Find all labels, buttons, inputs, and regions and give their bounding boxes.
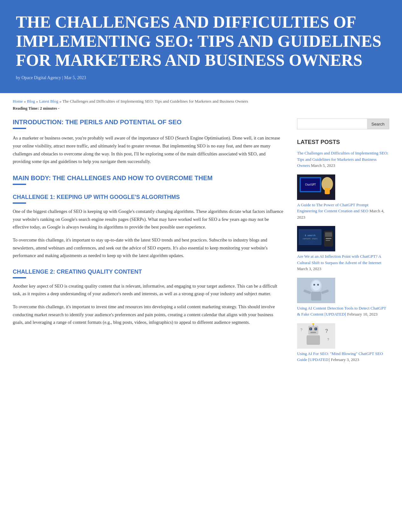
svg-text:?: ? — [300, 328, 302, 332]
svg-rect-27 — [308, 326, 318, 335]
post-thumbnail — [297, 278, 335, 303]
search-widget: Search — [297, 119, 389, 129]
post-title-text: A Guide to The Power of ChatGPT Prompt E… — [297, 202, 389, 221]
challenge1-text1: One of the biggest challenges of SEO is … — [13, 208, 284, 231]
main-col: INTRODUCTION: THE PERILS AND POTENTIAL O… — [13, 119, 284, 335]
challenge2-text1: Another key aspect of SEO is creating qu… — [13, 282, 284, 298]
search-button[interactable]: Search — [367, 119, 389, 129]
main-body-heading: MAIN BODY: THE CHALLENGES AND HOW TO OVE… — [13, 174, 284, 182]
breadcrumb-latest-blog[interactable]: Latest Blog — [39, 99, 58, 104]
list-item: The Challenges and Difficulties of Imple… — [297, 150, 389, 169]
meta-separator: | — [62, 75, 63, 80]
page-title: THE CHALLENGES AND DIFFICULTIES OF IMPLE… — [16, 13, 386, 70]
article-meta: by Opace Digital Agency | Mar 5, 2023 — [16, 75, 386, 80]
latest-posts-heading: LATEST POSTS — [297, 139, 389, 146]
svg-rect-32 — [310, 328, 311, 330]
intro-section: INTRODUCTION: THE PERILS AND POTENTIAL O… — [13, 119, 284, 166]
list-item: Using AI Content Detection Tools to Dete… — [297, 278, 389, 317]
content-wrapper: INTRODUCTION: THE PERILS AND POTENTIAL O… — [13, 119, 389, 369]
reading-time: Reading Time: 2 minutes - — [13, 106, 389, 111]
post-title-text: Using AI For SEO: "Mind Blowing" ChatGPT… — [297, 351, 389, 363]
svg-point-22 — [318, 284, 319, 285]
svg-rect-23 — [311, 292, 321, 301]
list-item: ? ? ? Using AI For SEO: "Mind Blowing" C… — [297, 323, 389, 363]
intro-underline — [13, 128, 26, 129]
svg-rect-6 — [325, 188, 330, 194]
challenge1-section: CHALLENGE 1: KEEPING UP WITH GOOGLE'S AL… — [13, 194, 284, 260]
main-body-underline — [13, 184, 26, 185]
challenge1-heading: CHALLENGE 1: KEEPING UP WITH GOOGLE'S AL… — [13, 194, 284, 201]
challenge1-underline — [13, 202, 26, 204]
main-body-section: MAIN BODY: THE CHALLENGES AND HOW TO OVE… — [13, 174, 284, 185]
list-item: ChatGPT A Guide to The Power of ChatGPT … — [297, 174, 389, 221]
svg-rect-14 — [326, 238, 331, 239]
svg-rect-34 — [310, 332, 316, 333]
post-link[interactable]: A Guide to The Power of ChatGPT Prompt E… — [297, 202, 369, 214]
svg-rect-13 — [325, 232, 332, 237]
author-link[interactable]: Opace Digital Agency — [22, 75, 61, 80]
svg-point-21 — [314, 284, 315, 285]
post-thumbnail: $ search content stars _ — [297, 226, 335, 251]
hero-header: THE CHALLENGES AND DIFFICULTIES OF IMPLE… — [0, 0, 402, 93]
search-input[interactable] — [297, 119, 367, 129]
breadcrumb-blog[interactable]: Blog — [27, 99, 35, 104]
meta-by: by — [16, 75, 20, 80]
page-body: Home » Blog » Latest Blog » The Challeng… — [0, 93, 402, 381]
challenge2-section: CHALLENGE 2: CREATING QUALITY CONTENT An… — [13, 269, 284, 326]
publish-date: Mar 5, 2023 — [64, 75, 86, 80]
svg-text:?: ? — [327, 338, 329, 341]
svg-point-18 — [312, 280, 321, 290]
svg-text:content stars: content stars — [303, 237, 318, 240]
post-link[interactable]: Are We at an AI Inflection Point with Ch… — [297, 254, 381, 265]
svg-rect-15 — [326, 240, 330, 241]
latest-posts-section: LATEST POSTS The Challenges and Difficul… — [297, 139, 389, 363]
post-title-text: Using AI Content Detection Tools to Dete… — [297, 305, 389, 317]
challenge2-text2: To overcome this challenge, it's importa… — [13, 303, 284, 326]
breadcrumb-home[interactable]: Home — [13, 99, 23, 104]
svg-text:?: ? — [325, 328, 328, 334]
challenge2-heading: CHALLENGE 2: CREATING QUALITY CONTENT — [13, 269, 284, 275]
breadcrumb-current: The Challenges and Difficulties of Imple… — [62, 99, 248, 104]
svg-text:$ search: $ search — [305, 234, 315, 237]
post-title-text: The Challenges and Difficulties of Imple… — [297, 150, 389, 169]
svg-text:ChatGPT: ChatGPT — [305, 183, 316, 186]
breadcrumb: Home » Blog » Latest Blog » The Challeng… — [13, 99, 389, 104]
sidebar: Search LATEST POSTS The Challenges and D… — [297, 119, 389, 369]
intro-text1: As a marketer or business owner, you're … — [13, 134, 284, 166]
challenge1-text2: To overcome this challenge, it's importa… — [13, 236, 284, 260]
list-item: $ search content stars _ Are We at an AI… — [297, 226, 389, 272]
svg-rect-35 — [307, 335, 320, 345]
post-thumbnail: ? ? ? — [297, 323, 335, 349]
svg-rect-33 — [315, 328, 316, 330]
post-thumbnail: ChatGPT — [297, 174, 335, 200]
post-title-text: Are We at an AI Inflection Point with Ch… — [297, 253, 389, 272]
challenge2-underline — [13, 277, 26, 278]
intro-heading: INTRODUCTION: THE PERILS AND POTENTIAL O… — [13, 119, 284, 126]
